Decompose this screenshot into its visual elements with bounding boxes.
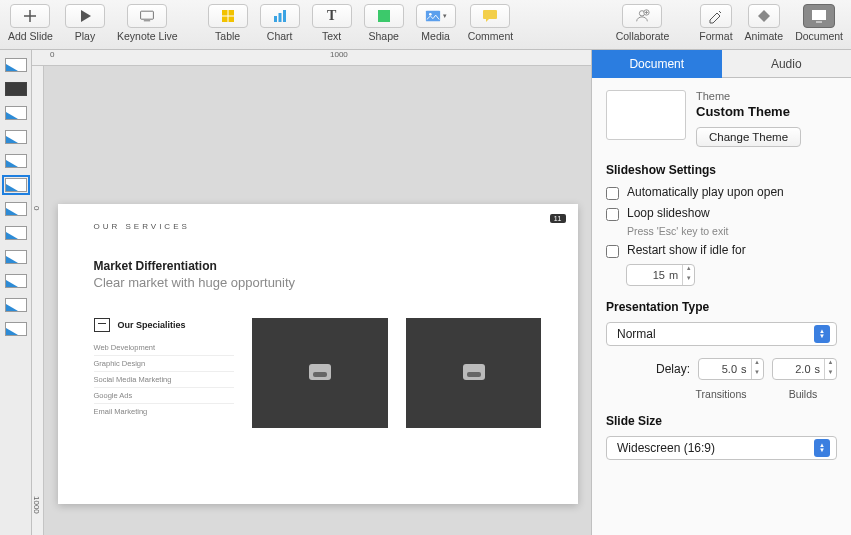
inspector-tabs: Document Audio xyxy=(592,50,851,78)
specialities-list: Web Development Graphic Design Social Me… xyxy=(94,340,234,419)
slide-thumb-selected[interactable] xyxy=(5,178,27,192)
transitions-caption: Transitions xyxy=(696,388,747,400)
tab-audio[interactable]: Audio xyxy=(722,50,852,78)
presentation-type-select[interactable]: Normal ▲▼ xyxy=(606,322,837,346)
stepper-arrows-icon[interactable]: ▲▼ xyxy=(824,359,836,379)
comment-label: Comment xyxy=(468,30,514,42)
collaborate-button[interactable]: Collaborate xyxy=(616,4,670,42)
slide-thumb[interactable] xyxy=(5,58,27,72)
document-button[interactable]: Document xyxy=(795,4,843,42)
ruler-tick: 1000 xyxy=(330,50,348,59)
slide-thumb[interactable] xyxy=(5,202,27,216)
presentation-type-heading: Presentation Type xyxy=(606,300,837,314)
animate-button[interactable]: Animate xyxy=(745,4,784,42)
collaborate-label: Collaborate xyxy=(616,30,670,42)
builds-caption: Builds xyxy=(789,388,818,400)
slide-navigator[interactable] xyxy=(0,50,32,535)
change-theme-button[interactable]: Change Theme xyxy=(696,127,801,147)
svg-rect-11 xyxy=(812,10,826,20)
list-item: Graphic Design xyxy=(94,355,234,371)
transitions-delay-stepper[interactable]: s ▲▼ xyxy=(698,358,764,380)
inspector: Document Audio Theme Custom Theme Change… xyxy=(591,50,851,535)
slide-size-heading: Slide Size xyxy=(606,414,837,428)
ruler-vertical: 0 1000 xyxy=(32,66,44,535)
svg-rect-5 xyxy=(378,10,390,22)
play-label: Play xyxy=(75,30,95,42)
slide-thumb[interactable] xyxy=(5,298,27,312)
table-button[interactable]: Table xyxy=(208,4,248,42)
slide-number-badge: 11 xyxy=(550,214,566,223)
comment-button[interactable]: Comment xyxy=(468,4,514,42)
slide[interactable]: OUR SERVICES 11 Market Differentiation C… xyxy=(58,204,578,504)
loop-checkbox-row[interactable]: Loop slideshow xyxy=(606,206,837,221)
slide-size-select[interactable]: Widescreen (16:9) ▲▼ xyxy=(606,436,837,460)
auto-play-label: Automatically play upon open xyxy=(627,185,784,199)
dropdown-arrows-icon: ▲▼ xyxy=(814,325,830,343)
stepper-arrows-icon[interactable]: ▲▼ xyxy=(682,265,694,285)
svg-rect-0 xyxy=(141,11,154,19)
stage[interactable]: OUR SERVICES 11 Market Differentiation C… xyxy=(44,66,591,535)
slide-thumb[interactable] xyxy=(5,82,27,96)
document-label: Document xyxy=(795,30,843,42)
slide-thumb[interactable] xyxy=(5,274,27,288)
theme-label: Theme xyxy=(696,90,801,102)
format-label: Format xyxy=(699,30,732,42)
slide-subtitle: Clear market with huge opportunity xyxy=(94,275,542,290)
idle-time-input[interactable] xyxy=(627,269,669,281)
slide-thumb[interactable] xyxy=(5,130,27,144)
canvas[interactable]: 0 1000 0 1000 OUR SERVICES 11 Market Dif… xyxy=(32,50,591,535)
list-item: Email Marketing xyxy=(94,403,234,419)
add-slide-button[interactable]: Add Slide xyxy=(8,4,53,42)
restart-idle-label: Restart show if idle for xyxy=(627,243,746,257)
list-item: Social Media Marketing xyxy=(94,371,234,387)
svg-rect-6 xyxy=(426,11,440,22)
presentation-type-value: Normal xyxy=(617,327,656,341)
toolbar: Add Slide Play Keynote Live Table Chart … xyxy=(0,0,851,50)
shape-label: Shape xyxy=(368,30,398,42)
idle-time-stepper[interactable]: m ▲▼ xyxy=(626,264,695,286)
svg-point-7 xyxy=(429,13,432,16)
svg-rect-2 xyxy=(274,16,277,22)
auto-play-checkbox-row[interactable]: Automatically play upon open xyxy=(606,185,837,200)
image-placeholder[interactable] xyxy=(406,318,542,428)
slide-eyebrow: OUR SERVICES xyxy=(94,222,542,231)
chart-button[interactable]: Chart xyxy=(260,4,300,42)
ruler-tick: 0 xyxy=(50,50,54,59)
format-button[interactable]: Format xyxy=(699,4,732,42)
slide-title: Market Differentiation xyxy=(94,259,542,273)
media-button[interactable]: ▾ Media xyxy=(416,4,456,42)
unit-label: s xyxy=(741,363,751,375)
stepper-arrows-icon[interactable]: ▲▼ xyxy=(751,359,763,379)
list-item: Google Ads xyxy=(94,387,234,403)
auto-play-checkbox[interactable] xyxy=(606,187,619,200)
delay-label: Delay: xyxy=(656,362,690,376)
slide-thumb[interactable] xyxy=(5,154,27,168)
media-label: Media xyxy=(421,30,450,42)
shape-button[interactable]: Shape xyxy=(364,4,404,42)
ruler-horizontal: 0 1000 xyxy=(32,50,591,66)
builds-delay-stepper[interactable]: s ▲▼ xyxy=(772,358,838,380)
restart-idle-checkbox[interactable] xyxy=(606,245,619,258)
transitions-delay-input[interactable] xyxy=(699,363,741,375)
keynote-live-button[interactable]: Keynote Live xyxy=(117,4,178,42)
slide-thumb[interactable] xyxy=(5,226,27,240)
slide-thumb[interactable] xyxy=(5,250,27,264)
tab-document[interactable]: Document xyxy=(592,50,722,78)
loop-checkbox[interactable] xyxy=(606,208,619,221)
presentation-icon xyxy=(94,318,110,332)
text-button[interactable]: T Text xyxy=(312,4,352,42)
slide-thumb[interactable] xyxy=(5,106,27,120)
ruler-tick: 1000 xyxy=(32,496,40,514)
specialities-heading: Our Specialities xyxy=(118,320,186,330)
theme-thumbnail xyxy=(606,90,686,140)
text-label: Text xyxy=(322,30,341,42)
svg-rect-8 xyxy=(483,10,497,19)
image-placeholder[interactable] xyxy=(252,318,388,428)
slide-thumb[interactable] xyxy=(5,322,27,336)
play-button[interactable]: Play xyxy=(65,4,105,42)
restart-idle-checkbox-row[interactable]: Restart show if idle for xyxy=(606,243,837,258)
ruler-tick: 0 xyxy=(32,206,41,210)
builds-delay-input[interactable] xyxy=(773,363,815,375)
svg-rect-4 xyxy=(283,10,286,22)
add-slide-label: Add Slide xyxy=(8,30,53,42)
